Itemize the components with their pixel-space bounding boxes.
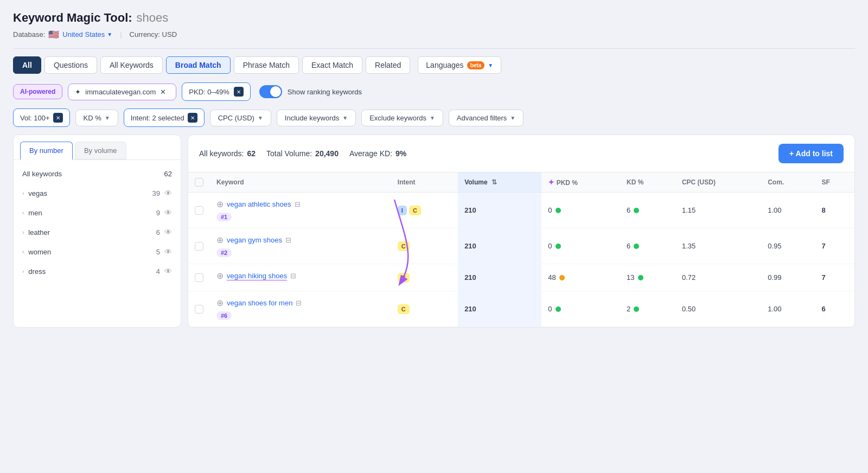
sidebar-tab-by-volume[interactable]: By volume <box>75 142 126 159</box>
keyword-save-icon[interactable]: ⊟ <box>285 236 291 244</box>
sidebar-item-count: 39 <box>152 189 160 197</box>
pkd-cell: 0 <box>541 193 620 228</box>
sparkle-icon: ✦ <box>75 88 81 96</box>
page-title-main: Keyword Magic Tool: <box>13 11 132 25</box>
sidebar-list: All keywords 62 › vegas 39 👁 › men 9 👁 ›… <box>14 160 181 285</box>
keyword-link[interactable]: ⊕ vegan shoes for men ⊟ #6 <box>216 298 385 320</box>
com-cell: 0.95 <box>761 228 815 264</box>
keyword-badges: #2 <box>216 248 232 257</box>
domain-clear-icon[interactable]: ✕ <box>160 88 166 96</box>
include-chevron-icon: ▼ <box>342 115 348 121</box>
tab-languages[interactable]: Languages beta ▼ <box>418 56 501 74</box>
toggle-knob <box>270 86 281 97</box>
kd-value: 6 <box>627 242 630 250</box>
tab-phrase-match[interactable]: Phrase Match <box>234 56 299 74</box>
include-keywords-dropdown[interactable]: Include keywords ▼ <box>277 110 356 126</box>
row-checkbox[interactable] <box>195 242 203 251</box>
com-value: 0.99 <box>768 273 781 282</box>
advanced-filters-label: Advanced filters <box>457 114 507 122</box>
keyword-save-icon[interactable]: ⊟ <box>296 299 302 307</box>
row-checkbox[interactable] <box>195 206 203 215</box>
vol-clear-button[interactable]: ✕ <box>53 113 63 123</box>
sf-value: 8 <box>822 206 826 214</box>
tab-all[interactable]: All <box>13 56 41 74</box>
keyword-cell: ⊕ vegan hiking shoes ⊟ <box>210 264 391 291</box>
vol-filter-chip[interactable]: Vol: 100+ ✕ <box>13 108 70 127</box>
keyword-rank-badge: #2 <box>216 248 232 257</box>
th-cpc: CPC (USD) <box>675 172 761 193</box>
pkd-filter-chip[interactable]: PKD: 0–49% ✕ <box>182 82 250 101</box>
domain-value: immaculatevegan.com <box>85 88 156 96</box>
currency-label: Currency: USD <box>130 30 177 39</box>
keyword-add-icon[interactable]: ⊕ <box>216 199 224 209</box>
volume-cell: 210 <box>458 193 541 228</box>
eye-icon[interactable]: 👁 <box>164 208 172 217</box>
sidebar-item-women[interactable]: › women 5 👁 <box>14 242 181 261</box>
filter-row-2: Vol: 100+ ✕ KD % ▼ Intent: 2 selected ✕ … <box>13 108 855 127</box>
keyword-save-icon[interactable]: ⊟ <box>295 200 301 208</box>
cpc-filter-dropdown[interactable]: CPC (USD) ▼ <box>210 110 271 126</box>
tab-all-keywords[interactable]: All Keywords <box>100 56 163 74</box>
tab-related[interactable]: Related <box>366 56 410 74</box>
exclude-keywords-dropdown[interactable]: Exclude keywords ▼ <box>361 110 443 126</box>
domain-input-container[interactable]: ✦ immaculatevegan.com ✕ <box>68 84 176 100</box>
database-country-link[interactable]: United States ▼ <box>62 30 112 39</box>
keyword-link[interactable]: ⊕ vegan athletic shoes ⊟ #1 <box>216 199 385 221</box>
keyword-badges: #1 <box>216 213 232 221</box>
show-ranking-label: Show ranking keywords <box>288 88 362 96</box>
sidebar-all-count: 62 <box>164 170 172 178</box>
intent-badges: C <box>398 273 451 283</box>
sidebar-item-all-keywords[interactable]: All keywords 62 <box>14 164 181 183</box>
sidebar-item-count: 4 <box>156 267 160 276</box>
sf-value: 7 <box>822 273 826 282</box>
volume-value: 210 <box>464 206 476 214</box>
eye-icon[interactable]: 👁 <box>164 247 172 256</box>
cpc-filter-label: CPC (USD) <box>218 114 254 122</box>
volume-sort-icon[interactable]: ⇅ <box>492 178 497 186</box>
show-ranking-toggle-wrap: Show ranking keywords <box>259 85 362 98</box>
table-row: ⊕ vegan shoes for men ⊟ #6 C 210 0 <box>188 291 854 327</box>
row-checkbox[interactable] <box>195 273 203 282</box>
pkd-dot <box>559 275 565 280</box>
keyword-add-icon[interactable]: ⊕ <box>216 298 224 308</box>
sidebar-item-dress[interactable]: › dress 4 👁 <box>14 261 181 281</box>
tab-exact-match[interactable]: Exact Match <box>302 56 362 74</box>
eye-icon[interactable]: 👁 <box>164 267 172 276</box>
table-container: Keyword Intent Volume ⇅ ✦ PKD % KD % CPC… <box>188 172 854 327</box>
keyword-add-icon[interactable]: ⊕ <box>216 271 224 281</box>
pkd-dot <box>556 244 561 249</box>
pkd-cell: 48 <box>541 264 620 291</box>
keyword-link[interactable]: ⊕ vegan hiking shoes ⊟ <box>216 271 385 284</box>
sidebar-item-vegas[interactable]: › vegas 39 👁 <box>14 183 181 203</box>
keyword-link[interactable]: ⊕ vegan gym shoes ⊟ #2 <box>216 235 385 257</box>
intent-badges: I C <box>398 206 451 215</box>
keyword-add-icon[interactable]: ⊕ <box>216 235 224 245</box>
row-checkbox[interactable] <box>195 305 203 314</box>
intent-filter-chip[interactable]: Intent: 2 selected ✕ <box>124 108 205 127</box>
intent-badge-c: C <box>398 241 410 251</box>
keyword-badges: #6 <box>216 311 232 320</box>
kd-filter-dropdown[interactable]: KD % ▼ <box>75 110 118 126</box>
show-ranking-toggle[interactable] <box>259 85 282 98</box>
sidebar-item-leather[interactable]: › leather 6 👁 <box>14 222 181 242</box>
select-all-checkbox[interactable] <box>195 178 203 187</box>
sidebar-tab-by-number[interactable]: By number <box>20 142 73 160</box>
eye-icon[interactable]: 👁 <box>164 189 172 197</box>
advanced-filters-dropdown[interactable]: Advanced filters ▼ <box>449 110 524 126</box>
com-value: 0.95 <box>768 242 781 250</box>
intent-badges: C <box>398 241 451 251</box>
volume-value: 210 <box>464 273 476 282</box>
add-to-list-button[interactable]: + Add to list <box>778 144 844 163</box>
intent-clear-button[interactable]: ✕ <box>188 113 197 123</box>
eye-icon[interactable]: 👁 <box>164 228 172 237</box>
volume-cell: 210 <box>458 291 541 327</box>
intent-badge-c: C <box>398 273 410 283</box>
sidebar-item-men[interactable]: › men 9 👁 <box>14 203 181 222</box>
tab-questions[interactable]: Questions <box>44 56 97 74</box>
volume-cell: 210 <box>458 264 541 291</box>
keyword-save-icon[interactable]: ⊟ <box>290 272 296 280</box>
pkd-clear-button[interactable]: ✕ <box>234 87 244 97</box>
stats-all-keywords-value: 62 <box>247 149 256 158</box>
intent-cell: C <box>391 228 458 264</box>
tab-broad-match[interactable]: Broad Match <box>166 56 231 74</box>
